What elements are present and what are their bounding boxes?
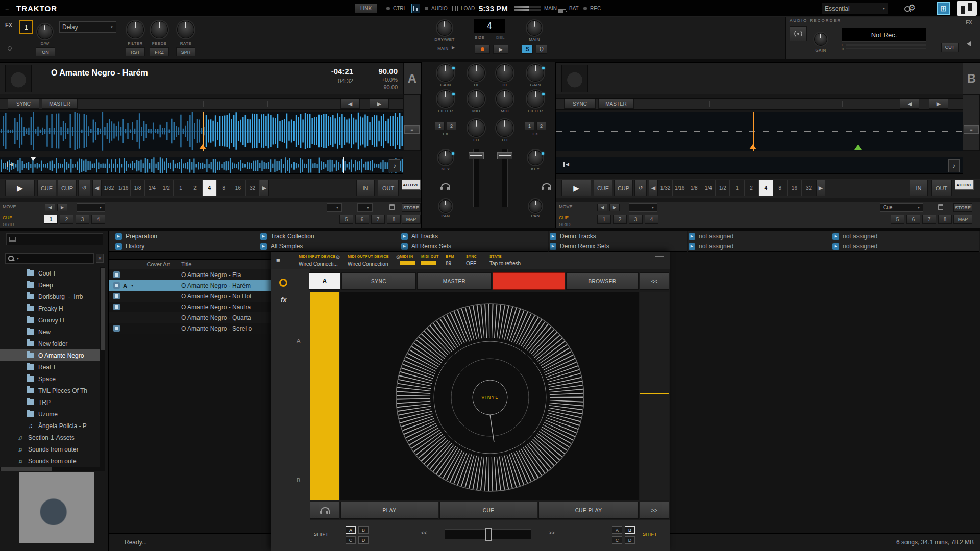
mixer-a-fx2-button[interactable]: 2 (447, 122, 456, 130)
controller-cueplay-button[interactable]: CUE PLAY (538, 502, 639, 519)
controller-browser-button[interactable]: BROWSER (566, 272, 639, 290)
mixer-b-fx1-button[interactable]: 1 (525, 122, 534, 130)
pad-button[interactable]: D (358, 536, 369, 544)
midi-output-value[interactable]: Wired Connection (348, 261, 388, 267)
deck-a-move-back-button[interactable]: ◀ (45, 204, 55, 211)
deck-a-play-button[interactable]: ▶ (5, 180, 35, 196)
favorite-slot[interactable]: ▶ not assigned (688, 231, 831, 241)
deck-a-move-size-selector[interactable]: ---▼ (77, 203, 105, 212)
restore-window-button[interactable] (655, 256, 664, 263)
tree-item[interactable]: ♫ Deep (0, 279, 100, 291)
deck-a-loop-smaller-button[interactable]: ◀ (92, 180, 102, 196)
favorite-slot[interactable]: ▶ All Remix Sets (400, 241, 549, 252)
deck-b-move-back-button[interactable]: ◀ (597, 204, 607, 211)
deck-a-cue-button[interactable]: CUE (37, 180, 56, 196)
tree-item[interactable]: ♫ Ângela Policia - P (0, 420, 100, 432)
tree-item[interactable]: ♫ TRP (0, 396, 100, 408)
mixer-a-lo-knob[interactable] (468, 119, 485, 137)
deck-b-cue-type-selector[interactable]: Cue▼ (880, 203, 923, 212)
fx-frz-button[interactable]: FRZ (150, 47, 169, 56)
mixer-a-filter-knob[interactable] (437, 90, 454, 108)
pad-button[interactable]: D (625, 536, 635, 544)
snap-button[interactable]: S (522, 45, 533, 54)
mixer-a-hi-knob[interactable] (468, 64, 485, 82)
delete-cue-icon[interactable] (938, 204, 943, 210)
tree-item[interactable]: ♫ Sounds from outer (0, 443, 100, 455)
deck-b-tempo-fader-handle[interactable]: ≡ (964, 125, 979, 134)
deck-a-store-button[interactable]: STORE (402, 203, 421, 212)
loop-size-button[interactable]: 1/4 (701, 180, 716, 196)
deck-a-loop-in-button[interactable]: IN (356, 180, 375, 196)
search-box[interactable]: ▼ (5, 253, 94, 264)
loop-size-button[interactable]: 4 (203, 180, 217, 196)
tree-item[interactable]: ♫ O Amante Negro (0, 349, 100, 361)
key-lock-icon[interactable]: ♪ (948, 159, 960, 172)
loop-record-button[interactable] (475, 45, 490, 54)
column-cover-art[interactable]: Cover Art (139, 261, 178, 268)
menu-icon[interactable]: ≡ (276, 257, 280, 264)
crossfader[interactable] (445, 529, 531, 539)
controller-play-button[interactable]: PLAY (340, 502, 438, 519)
deck-b-store-button[interactable]: STORE (953, 203, 972, 212)
loop-size-button[interactable]: 1/16 (673, 180, 687, 196)
fx-slot-button[interactable]: 1 (19, 20, 33, 34)
pad-button[interactable]: A (612, 526, 622, 534)
mixer-b-mid-knob[interactable] (496, 90, 513, 108)
controller-cue-button[interactable]: CUE (439, 502, 537, 519)
mixer-b-lo-knob[interactable] (496, 119, 513, 137)
deck-a-nudge-fwd-button[interactable]: ▶ (370, 99, 389, 109)
metronome-icon[interactable] (411, 4, 420, 13)
deck-a-move-mode-selector[interactable]: ▼ (327, 203, 342, 212)
deck-a-loop-active-button[interactable]: ACTIVE (402, 180, 421, 190)
deck-b-sync-button[interactable]: SYNC (564, 99, 596, 109)
controller-collapse-button[interactable]: << (640, 272, 669, 290)
sync-value[interactable]: OFF (466, 261, 476, 266)
deck-b-nudge-back-button[interactable]: ◀ (900, 99, 919, 109)
deck-a-cue-type-selector[interactable]: ▼ (357, 203, 373, 212)
deck-a-loop-larger-button[interactable]: ▶ (260, 180, 269, 196)
mixer-a-mid-knob[interactable] (468, 90, 485, 108)
crossfader-handle[interactable] (485, 528, 492, 541)
loop-size-button[interactable]: 1/32 (102, 180, 116, 196)
fx-mute-icon[interactable] (8, 46, 12, 51)
deck-b-master-button[interactable]: MASTER (598, 99, 634, 109)
deck-b-cup-button[interactable]: CUP (614, 180, 633, 196)
deck-b-move-fwd-button[interactable]: ▶ (609, 204, 620, 211)
mixer-b-key-knob[interactable] (528, 150, 543, 165)
controller-jog-area[interactable]: VINYL (340, 292, 639, 500)
controller-left-fader[interactable] (310, 292, 339, 500)
hotcue-button[interactable]: 4 (645, 215, 658, 224)
loop-size-button[interactable]: 2 (188, 180, 203, 196)
tree-item[interactable]: ♫ Dorisburg_-_Irrb (0, 291, 100, 303)
deck-a-map-button[interactable]: MAP (402, 215, 421, 224)
hotcue-button[interactable]: 3 (629, 215, 643, 224)
deck-b-loop-active-button[interactable]: ACTIVE (955, 180, 974, 190)
hotcue-button[interactable]: 6 (355, 215, 369, 224)
tree-item[interactable]: ♫ Real T (0, 361, 100, 373)
mixer-a-volume-handle[interactable] (469, 152, 484, 159)
deck-b-loop-out-button[interactable]: OUT (931, 180, 952, 196)
hotcue-button[interactable]: 8 (938, 215, 952, 224)
deck-b-loop-larger-button[interactable]: ▶ (816, 180, 825, 196)
pad-button[interactable]: B (625, 526, 635, 534)
fx-knob-feedb[interactable] (151, 21, 168, 38)
fx2-tab[interactable]: FX (966, 20, 972, 26)
track-row[interactable]: ▾ O Amante Negro - No Hot (109, 291, 271, 302)
deck-a-loop-out-button[interactable]: OUT (378, 180, 399, 196)
deck-a-move-fwd-button[interactable]: ▶ (57, 204, 67, 211)
shift-right-label[interactable]: SHIFT (643, 532, 657, 537)
controller-power-icon[interactable] (279, 279, 287, 287)
jog-wheel[interactable]: VINYL (340, 292, 639, 500)
controller-right-fader[interactable] (640, 292, 669, 500)
hotcue-button[interactable]: 6 (906, 215, 920, 224)
tree-h-scrollbar-thumb[interactable] (1, 467, 52, 471)
fx-assign-main[interactable]: MAIN (433, 46, 453, 51)
fx-knob-rate[interactable] (177, 21, 194, 38)
fx-knob-filter[interactable] (127, 21, 144, 38)
deck-a-waveform[interactable] (0, 112, 403, 151)
tree-h-scrollbar[interactable] (0, 467, 105, 471)
track-row[interactable]: A ▾ O Amante Negro - Harém (109, 280, 271, 291)
deck-b-letter[interactable]: B (963, 63, 980, 94)
key-lock-icon[interactable]: ♪ (389, 159, 400, 172)
deck-a-cup-button[interactable]: CUP (58, 180, 77, 196)
